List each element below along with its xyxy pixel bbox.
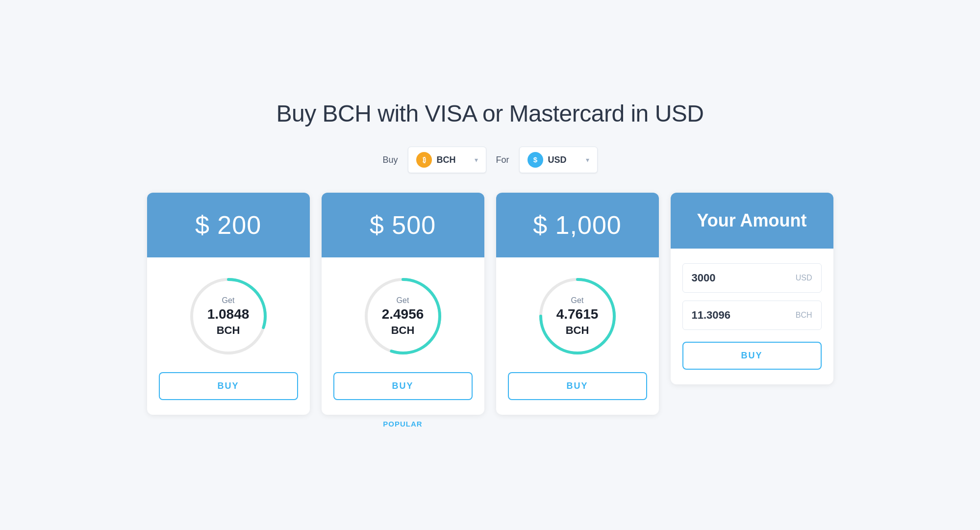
controls-row: Buy ₿ BCH ▾ For $ USD ▾ (382, 147, 597, 173)
card-200-currency: BCH (217, 324, 240, 336)
card-200-inner: Get 1.0848 BCH (207, 296, 250, 337)
bch-coin-icon: ₿ (416, 152, 432, 168)
card-200-amount: $ 200 (157, 210, 300, 240)
card-200-header: $ 200 (147, 193, 310, 257)
svg-text:₿: ₿ (422, 156, 426, 164)
usd-input-group: USD (682, 263, 822, 293)
card-500-currency: BCH (391, 324, 415, 336)
your-amount-title: Your Amount (680, 210, 824, 231)
for-coin-dropdown[interactable]: $ USD ▾ (519, 147, 598, 173)
card-200-circle: Get 1.0848 BCH (184, 272, 273, 360)
card-500-circle: Get 2.4956 BCH (359, 272, 447, 360)
card-200-buy-button[interactable]: BUY (159, 372, 298, 400)
card-200-get-label: Get (222, 296, 235, 305)
card-1000-header: $ 1,000 (496, 193, 659, 257)
card-500-get-label: Get (397, 296, 409, 305)
card-1000-currency: BCH (566, 324, 589, 336)
card-200-value: 1.0848 (207, 307, 250, 322)
buy-label: Buy (382, 155, 398, 165)
for-coin-label: USD (548, 155, 567, 165)
your-amount-inputs: USD BCH (682, 263, 822, 330)
card-500-body: Get 2.4956 BCH BUY (322, 257, 484, 415)
buy-dropdown-arrow: ▾ (475, 156, 478, 164)
your-amount-card: Your Amount USD BCH BUY (671, 193, 833, 384)
cards-container: $ 200 Get 1.0848 BCH BUY (147, 193, 833, 430)
card-1000-amount: $ 1,000 (506, 210, 649, 240)
card-1000-get-label: Get (571, 296, 584, 305)
card-500-wrapper: $ 500 Get 2.4956 BCH BUY (322, 193, 484, 430)
your-amount-header: Your Amount (671, 193, 833, 249)
usd-currency-tag: USD (796, 274, 812, 282)
usd-coin-icon: $ (528, 152, 543, 168)
bch-input-group: BCH (682, 301, 822, 330)
bch-currency-tag: BCH (796, 311, 812, 320)
card-500-value: 2.4956 (382, 307, 424, 322)
svg-text:$: $ (533, 155, 537, 164)
card-500-amount: $ 500 (331, 210, 475, 240)
card-200-body: Get 1.0848 BCH BUY (147, 257, 310, 415)
card-1000-circle: Get 4.7615 BCH (533, 272, 622, 360)
your-amount-body: USD BCH BUY (671, 249, 833, 384)
popular-badge: POPULAR (322, 415, 484, 430)
card-1000: $ 1,000 Get 4.7615 BCH BUY (496, 193, 659, 415)
card-1000-value: 4.7615 (556, 307, 599, 322)
for-label: For (496, 155, 509, 165)
buy-coin-dropdown[interactable]: ₿ BCH ▾ (408, 147, 486, 173)
card-1000-body: Get 4.7615 BCH BUY (496, 257, 659, 415)
bch-input[interactable] (692, 309, 792, 322)
for-dropdown-arrow: ▾ (586, 156, 589, 164)
page-title: Buy BCH with VISA or Mastercard in USD (276, 100, 704, 127)
card-200: $ 200 Get 1.0848 BCH BUY (147, 193, 310, 415)
card-500-inner: Get 2.4956 BCH (382, 296, 424, 337)
card-1000-inner: Get 4.7615 BCH (556, 296, 599, 337)
your-amount-buy-button[interactable]: BUY (682, 342, 822, 370)
usd-input[interactable] (692, 272, 792, 284)
buy-coin-label: BCH (437, 155, 456, 165)
card-500-header: $ 500 (322, 193, 484, 257)
card-500: $ 500 Get 2.4956 BCH BUY (322, 193, 484, 415)
card-1000-buy-button[interactable]: BUY (508, 372, 647, 400)
page-wrapper: Buy BCH with VISA or Mastercard in USD B… (147, 100, 833, 430)
card-500-buy-button[interactable]: BUY (333, 372, 473, 400)
